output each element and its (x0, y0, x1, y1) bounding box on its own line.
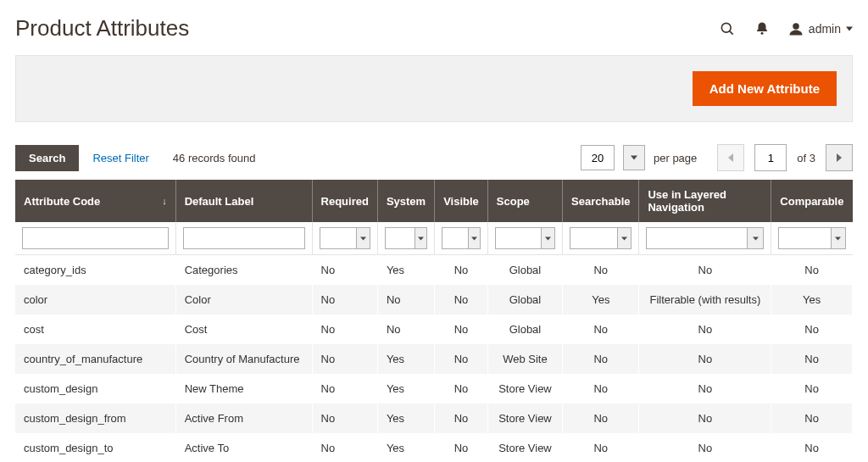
cell-visible: No (435, 285, 488, 314)
cell-required: No (312, 404, 377, 433)
col-attribute-code-header[interactable]: Attribute Code↓ (15, 180, 175, 222)
col-visible-label: Visible (443, 195, 479, 208)
global-actions: admin (719, 20, 853, 37)
col-default-label-header[interactable]: Default Label (175, 180, 312, 222)
cell-layered: No (639, 433, 771, 462)
cell-searchable: No (563, 344, 639, 374)
cell-visible: No (435, 404, 488, 433)
col-searchable-header[interactable]: Searchable (563, 180, 639, 222)
chevron-down-icon (545, 236, 551, 242)
chevron-down-icon (471, 236, 477, 242)
cell-comparable: No (771, 344, 853, 374)
reset-filter-link[interactable]: Reset Filter (92, 152, 148, 164)
cell-default-label: Categories (175, 255, 312, 286)
col-scope-header[interactable]: Scope (487, 180, 562, 222)
cell-visible: No (435, 255, 488, 286)
cell-system: No (377, 285, 434, 314)
per-page-input[interactable] (581, 145, 615, 170)
filter-layered-select[interactable] (646, 227, 748, 249)
filter-required-dropdown-button[interactable] (357, 227, 370, 249)
col-required-label: Required (321, 195, 369, 208)
filter-system-dropdown-button[interactable] (415, 227, 427, 249)
per-page-dropdown-button[interactable] (623, 145, 645, 170)
cell-visible: No (435, 374, 488, 404)
pager-current-page-input[interactable] (754, 144, 787, 171)
col-comparable-label: Comparable (780, 195, 843, 208)
cell-layered: Filterable (with results) (639, 285, 771, 314)
cell-attribute-code: custom_design (15, 374, 175, 404)
cell-visible: No (435, 433, 488, 462)
cell-attribute-code: custom_design_to (15, 433, 175, 462)
attributes-grid: Attribute Code↓ Default Label Required S… (15, 180, 853, 462)
search-button[interactable]: Search (15, 145, 79, 171)
table-row[interactable]: country_of_manufactureCountry of Manufac… (15, 344, 853, 374)
col-searchable-label: Searchable (571, 195, 630, 208)
cell-default-label: Cost (175, 314, 312, 344)
filter-required-select[interactable] (320, 227, 358, 249)
cell-searchable: Yes (563, 285, 639, 314)
chevron-right-icon (836, 153, 843, 162)
cell-system: Yes (377, 433, 434, 462)
filter-comparable-select[interactable] (778, 227, 831, 249)
col-comparable-header[interactable]: Comparable (771, 180, 853, 222)
filter-attribute-code-input[interactable] (22, 227, 169, 249)
table-row[interactable]: custom_designNew ThemeNoYesNoStore ViewN… (15, 374, 853, 404)
cell-comparable: No (771, 404, 853, 433)
filter-searchable-dropdown-button[interactable] (618, 227, 632, 249)
records-found-label: 46 records found (173, 152, 256, 164)
cell-searchable: No (563, 374, 639, 404)
cell-scope: Global (487, 314, 562, 344)
chevron-down-icon (621, 236, 627, 242)
cell-required: No (312, 285, 377, 314)
user-menu[interactable]: admin (788, 21, 853, 36)
filter-layered-dropdown-button[interactable] (748, 227, 764, 249)
col-layered-label: Use in Layered Navigation (648, 188, 726, 214)
cell-default-label: Country of Manufacture (175, 344, 312, 374)
col-default-label-label: Default Label (185, 195, 254, 208)
filter-visible-select[interactable] (442, 227, 469, 249)
cell-comparable: Yes (771, 285, 853, 314)
per-page-label: per page (654, 152, 697, 164)
cell-layered: No (639, 255, 771, 286)
cell-required: No (312, 314, 377, 344)
table-row[interactable]: colorColorNoNoNoGlobalYesFilterable (wit… (15, 285, 853, 314)
col-required-header[interactable]: Required (312, 180, 377, 222)
cell-default-label: Active To (175, 433, 312, 462)
col-visible-header[interactable]: Visible (435, 180, 488, 222)
filter-searchable-select[interactable] (570, 227, 618, 249)
table-row[interactable]: costCostNoNoNoGlobalNoNoNo (15, 314, 853, 344)
cell-required: No (312, 344, 377, 374)
pager-next-button[interactable] (826, 144, 853, 171)
cell-searchable: No (563, 314, 639, 344)
add-new-attribute-button[interactable]: Add New Attribute (693, 71, 837, 106)
filter-comparable-dropdown-button[interactable] (832, 227, 846, 249)
cell-searchable: No (563, 255, 639, 286)
cell-default-label: Color (175, 285, 312, 314)
col-layered-header[interactable]: Use in Layered Navigation (639, 180, 771, 222)
cell-required: No (312, 433, 377, 462)
filter-scope-dropdown-button[interactable] (542, 227, 555, 249)
cell-attribute-code: color (15, 285, 175, 314)
filter-visible-dropdown-button[interactable] (469, 227, 481, 249)
cell-required: No (312, 374, 377, 404)
filter-default-label-input[interactable] (183, 227, 305, 249)
bell-icon[interactable] (754, 21, 770, 36)
chevron-down-icon (418, 236, 424, 242)
col-attribute-code-label: Attribute Code (24, 195, 100, 208)
per-page-control: per page (581, 145, 717, 170)
table-row[interactable]: custom_design_toActive ToNoYesNoStore Vi… (15, 433, 853, 462)
page-title: Product Attributes (15, 15, 719, 42)
table-row[interactable]: custom_design_fromActive FromNoYesNoStor… (15, 404, 853, 433)
user-icon (788, 21, 804, 36)
search-icon[interactable] (719, 20, 736, 37)
cell-system: Yes (377, 255, 434, 286)
cell-layered: No (639, 344, 771, 374)
filter-scope-select[interactable] (495, 227, 542, 249)
table-row[interactable]: category_idsCategoriesNoYesNoGlobalNoNoN… (15, 255, 853, 286)
pager-prev-button[interactable] (717, 144, 744, 171)
cell-system: Yes (377, 374, 434, 404)
pager-total-label: of 3 (797, 152, 815, 164)
pager: of 3 (717, 144, 853, 171)
col-system-header[interactable]: System (377, 180, 434, 222)
filter-system-select[interactable] (385, 227, 415, 249)
